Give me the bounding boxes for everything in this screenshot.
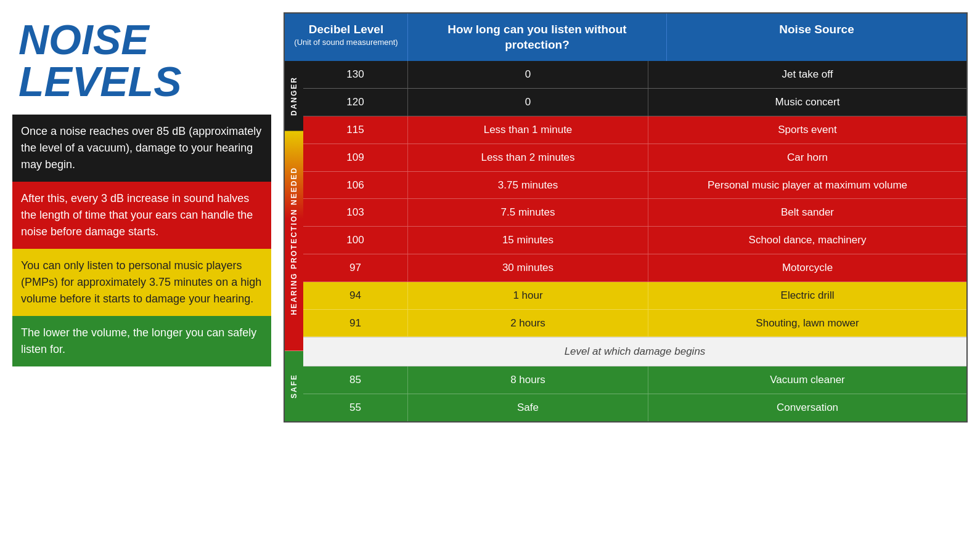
cell-duration: 30 minutes bbox=[408, 254, 648, 281]
cell-db: 55 bbox=[303, 394, 408, 421]
table-row: 130 0 Jet take off bbox=[303, 61, 966, 89]
cell-duration: 0 bbox=[408, 89, 648, 116]
cell-db: 106 bbox=[303, 172, 408, 199]
table-row: 106 3.75 minutes Personal music player a… bbox=[303, 172, 966, 200]
header-col2: How long can you listen without protecti… bbox=[408, 14, 667, 61]
cell-duration: 8 hours bbox=[408, 366, 648, 394]
cell-source: Vacuum cleaner bbox=[648, 366, 966, 394]
cell-db: 130 bbox=[303, 61, 408, 88]
cell-source: Electric drill bbox=[648, 282, 966, 309]
info-block-red: After this, every 3 dB increase in sound… bbox=[12, 182, 271, 249]
cell-db: 103 bbox=[303, 199, 408, 226]
table-row: 55 Safe Conversation bbox=[303, 394, 966, 421]
side-label-column: DANGER HEARING PROTECTION NEEDED SAFE bbox=[285, 61, 303, 421]
cell-source: School dance, machinery bbox=[648, 227, 966, 254]
info-block-yellow: You can only listen to personal music pl… bbox=[12, 249, 271, 316]
info-block-black: Once a noise reaches over 85 dB (approxi… bbox=[12, 115, 271, 182]
warning-label: HEARING PROTECTION NEEDED bbox=[285, 131, 303, 351]
info-block-green: The lower the volume, the longer you can… bbox=[12, 316, 271, 366]
table-row: 100 15 minutes School dance, machinery bbox=[303, 227, 966, 254]
cell-duration: 1 hour bbox=[408, 282, 648, 309]
main-container: NOISE LEVELS Once a noise reaches over 8… bbox=[12, 12, 968, 423]
cell-duration: Safe bbox=[408, 394, 648, 421]
cell-db: 100 bbox=[303, 227, 408, 254]
cell-duration: 2 hours bbox=[408, 310, 648, 337]
rows-column: 130 0 Jet take off 120 0 Music concert 1… bbox=[303, 61, 966, 421]
table-row: 120 0 Music concert bbox=[303, 89, 966, 116]
cell-duration: 7.5 minutes bbox=[408, 199, 648, 226]
cell-db: 85 bbox=[303, 366, 408, 394]
table-body: DANGER HEARING PROTECTION NEEDED SAFE 13… bbox=[285, 61, 966, 421]
cell-db: 97 bbox=[303, 254, 408, 281]
cell-source: Sports event bbox=[648, 116, 966, 144]
cell-source: Conversation bbox=[648, 394, 966, 421]
table-row: 115 Less than 1 minute Sports event bbox=[303, 116, 966, 144]
table-row: 94 1 hour Electric drill bbox=[303, 282, 966, 310]
cell-db: 94 bbox=[303, 282, 408, 309]
header-col1: Decibel Level (Unit of sound measurement… bbox=[285, 14, 408, 61]
cell-duration: 3.75 minutes bbox=[408, 172, 648, 199]
header-col3: Noise Source bbox=[667, 14, 966, 61]
cell-source: Motorcycle bbox=[648, 254, 966, 281]
table-header: Decibel Level (Unit of sound measurement… bbox=[285, 14, 966, 61]
title-block: NOISE LEVELS bbox=[12, 12, 271, 115]
cell-source: Personal music player at maximum volume bbox=[648, 172, 966, 199]
page-title: NOISE LEVELS bbox=[18, 18, 265, 102]
table-row: 103 7.5 minutes Belt sander bbox=[303, 199, 966, 227]
cell-db: 120 bbox=[303, 89, 408, 116]
left-panel: NOISE LEVELS Once a noise reaches over 8… bbox=[12, 12, 271, 423]
safe-label: SAFE bbox=[285, 351, 303, 421]
damage-separator-row: Level at which damage begins bbox=[303, 337, 966, 366]
cell-source: Car horn bbox=[648, 144, 966, 171]
cell-db: 109 bbox=[303, 144, 408, 171]
cell-db: 115 bbox=[303, 116, 408, 144]
table-row: 109 Less than 2 minutes Car horn bbox=[303, 144, 966, 172]
cell-duration: Less than 2 minutes bbox=[408, 144, 648, 171]
cell-source: Belt sander bbox=[648, 199, 966, 226]
danger-label: DANGER bbox=[285, 61, 303, 131]
noise-table: Decibel Level (Unit of sound measurement… bbox=[284, 12, 968, 423]
cell-source: Jet take off bbox=[648, 61, 966, 88]
cell-db: 91 bbox=[303, 310, 408, 337]
cell-duration: 0 bbox=[408, 61, 648, 88]
cell-duration: 15 minutes bbox=[408, 227, 648, 254]
cell-source: Shouting, lawn mower bbox=[648, 310, 966, 337]
table-row: 85 8 hours Vacuum cleaner bbox=[303, 366, 966, 394]
right-panel: Decibel Level (Unit of sound measurement… bbox=[271, 12, 968, 423]
cell-source: Music concert bbox=[648, 89, 966, 116]
table-row: 97 30 minutes Motorcycle bbox=[303, 254, 966, 282]
cell-duration: Less than 1 minute bbox=[408, 116, 648, 144]
table-row: 91 2 hours Shouting, lawn mower bbox=[303, 310, 966, 338]
